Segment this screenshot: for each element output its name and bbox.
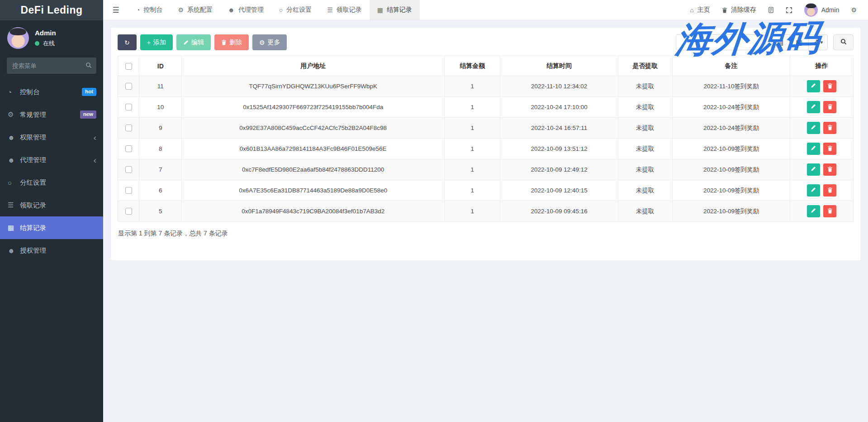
button-label: 编辑 [191, 38, 204, 47]
cell-actions [790, 76, 854, 97]
edit-button[interactable]: 编辑 [176, 34, 211, 50]
row-checkbox[interactable] [125, 125, 132, 131]
tab-dividend-settings[interactable]: ○ 分红设置 [271, 0, 319, 20]
home-button[interactable]: ⌂ 主页 [684, 0, 716, 20]
trash-icon [827, 187, 833, 194]
cell-address: TQF77qSirnYDGHQWZ13KUu6PSerFF9WbpK [182, 76, 444, 97]
cell-note: 2022-10-09签到奖励 [672, 201, 790, 222]
sidebar-item-dividend-settings[interactable]: ○ 分红设置 [0, 171, 103, 194]
row-delete-button[interactable] [823, 122, 836, 134]
sidebar-item-permission-manage[interactable]: ☻ 权限管理 ‹ [0, 126, 103, 149]
row-edit-button[interactable] [807, 122, 820, 134]
menu-icon[interactable]: ☰ [103, 0, 128, 20]
row-delete-button[interactable] [823, 163, 836, 176]
row-edit-button[interactable] [807, 80, 820, 92]
user-menu[interactable]: Admin [798, 0, 845, 20]
select-all-cell [118, 56, 139, 76]
trash-icon [827, 125, 833, 132]
sidebar-item-claim-records[interactable]: ☰ 领取记录 [0, 194, 103, 216]
select-all-checkbox[interactable] [125, 63, 132, 70]
search-icon [85, 62, 92, 68]
row-checkbox[interactable] [125, 83, 132, 90]
refresh-button[interactable]: ↻ [118, 34, 137, 50]
row-checkbox[interactable] [125, 208, 132, 215]
trash-icon [221, 39, 227, 45]
tab-agent-manage[interactable]: ☻ 代理管理 [220, 0, 271, 20]
more-button[interactable]: ⚙ 更多 [252, 34, 287, 50]
navbar-user-name: Admin [821, 6, 840, 14]
tab-label: 代理管理 [238, 6, 264, 14]
tab-system-config[interactable]: ⚙ 系统配置 [170, 0, 220, 20]
toggle-view-button[interactable]: ▦ [790, 34, 809, 50]
cell-amount: 1 [444, 159, 500, 180]
add-button[interactable]: + 添加 [140, 34, 173, 50]
pencil-icon [811, 83, 816, 90]
sidebar-item-agent-manage[interactable]: ☻ 代理管理 ‹ [0, 149, 103, 171]
columns-button[interactable]: ▤ [771, 34, 790, 50]
gears-icon: ⚙ [8, 110, 20, 119]
cell-id: 10 [139, 97, 182, 118]
row-checkbox[interactable] [125, 166, 132, 173]
row-checkbox[interactable] [125, 145, 132, 152]
doc-icon [768, 7, 774, 13]
chevron-left-icon: ‹ [94, 156, 96, 164]
pencil-icon [811, 104, 816, 110]
tab-label: 分红设置 [286, 6, 312, 14]
cell-id: 6 [139, 180, 182, 201]
cell-actions [790, 97, 854, 118]
row-checkbox[interactable] [125, 104, 132, 110]
settings-button[interactable]: ⚙ [845, 0, 863, 20]
cell-amount: 1 [444, 118, 500, 139]
cell-address: 0x601B13AA86a7298141184A3Fc9B46F01E509e5… [182, 139, 444, 159]
delete-button[interactable]: 删除 [214, 34, 249, 50]
search-button[interactable] [833, 34, 854, 50]
clear-cache-button[interactable]: 清除缓存 [716, 0, 762, 20]
sidebar-item-general-manage[interactable]: ⚙ 常规管理 new [0, 103, 103, 126]
button-label: 删除 [229, 38, 242, 47]
export-button[interactable]: ▾ [809, 34, 828, 50]
row-edit-button[interactable] [807, 163, 820, 176]
cell-amount: 1 [444, 201, 500, 222]
cell-note: 2022-11-10签到奖励 [672, 76, 790, 97]
cell-actions [790, 139, 854, 159]
row-delete-button[interactable] [823, 101, 836, 113]
row-edit-button[interactable] [807, 184, 820, 197]
trash-icon [827, 166, 833, 173]
pagination-summary: 显示第 1 到第 7 条记录，总共 7 条记录 [111, 222, 860, 245]
cell-address: 0x0F1a78949F4843c719C9BA20084f3ef01b7AB3… [182, 201, 444, 222]
table-row: 9 0x992E37A808C459acCcCF42ACfc75b2B2A04F… [118, 118, 854, 139]
sidebar-item-authorization[interactable]: ☻ 授权管理 [0, 239, 103, 262]
row-edit-button[interactable] [807, 143, 820, 155]
row-edit-button[interactable] [807, 101, 820, 113]
cell-checkbox [118, 159, 139, 180]
table-search-input[interactable] [676, 34, 766, 50]
row-edit-button[interactable] [807, 205, 820, 217]
tab-dashboard[interactable]: ◔ 控制台 [128, 0, 170, 20]
column-header: 操作 [790, 56, 854, 76]
docs-button[interactable] [762, 0, 780, 20]
grid-icon: ▦ [796, 38, 802, 47]
app-logo: DeFi Leding [0, 0, 103, 20]
trash-icon [827, 145, 833, 153]
row-delete-button[interactable] [823, 143, 836, 155]
trash-icon [827, 83, 833, 90]
tab-label: 控制台 [143, 6, 162, 14]
cell-time: 2022-10-09 12:40:15 [500, 180, 618, 201]
cell-amount: 1 [444, 180, 500, 201]
sidebar-item-settlement-records[interactable]: ▦ 结算记录 [0, 216, 103, 239]
row-delete-button[interactable] [823, 184, 836, 197]
row-delete-button[interactable] [823, 205, 836, 217]
tab-settlement-records[interactable]: ▦ 结算记录 [370, 0, 420, 20]
top-navbar: ☰ ◔ 控制台 ⚙ 系统配置 ☻ 代理管理 ○ 分红设置 ☰ 领取记录 ▦ 结算… [103, 0, 868, 20]
tab-claim-records[interactable]: ☰ 领取记录 [319, 0, 370, 20]
cell-time: 2022-10-09 13:51:12 [500, 139, 618, 159]
refresh-icon: ↻ [124, 39, 130, 46]
sidebar-item-dashboard[interactable]: ◔ 控制台 hot [0, 81, 103, 103]
tab-label: 领取记录 [337, 6, 362, 14]
cell-checkbox [118, 118, 139, 139]
fullscreen-button[interactable] [780, 0, 798, 20]
pencil-icon [811, 166, 816, 173]
menu-search-input[interactable] [7, 58, 96, 74]
row-delete-button[interactable] [823, 80, 836, 92]
row-checkbox[interactable] [125, 187, 132, 194]
